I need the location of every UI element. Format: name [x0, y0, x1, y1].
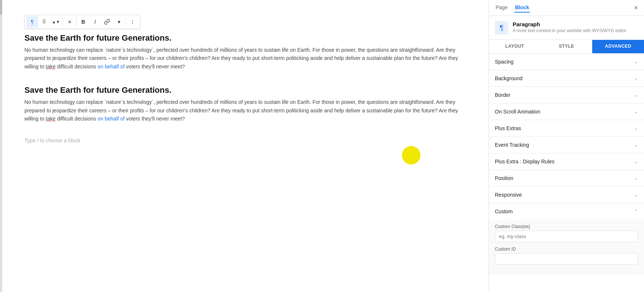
options-button[interactable]: ⋮: [127, 16, 138, 28]
scroll-animation-chevron-icon: ⌄: [634, 109, 638, 114]
custom-accordion-body: Custom Class(es) Custom ID: [489, 220, 644, 274]
border-accordion: Border ⌄: [489, 87, 644, 103]
block-info: ¶ Paragraph A more text content in your …: [489, 16, 644, 40]
spacing-accordion-header[interactable]: Spacing ⌄: [489, 54, 644, 70]
block-2-body: No human technology can replace `nature`…: [24, 98, 466, 123]
on-behalf-link-2[interactable]: on behalf of: [97, 116, 124, 122]
block-type-icon: ¶: [495, 21, 508, 34]
custom-accordion: Custom ⌃ Custom Class(es) Custom ID: [489, 203, 644, 274]
event-tracking-label: Event Tracking: [495, 142, 529, 148]
display-rules-label: Plus Extra : Display Rules: [495, 159, 554, 164]
sub-tabs: LAYOUT STYLE ADVANCED: [489, 40, 644, 54]
responsive-accordion-header[interactable]: Responsive ⌄: [489, 187, 644, 203]
custom-classes-group: Custom Class(es): [495, 224, 638, 242]
spacing-accordion: Spacing ⌄: [489, 54, 644, 70]
spacing-chevron-icon: ⌄: [634, 59, 638, 64]
position-accordion-header[interactable]: Position ⌄: [489, 170, 644, 186]
toolbar-separator-1: [63, 17, 63, 26]
plus-extras-label: Plus Extras: [495, 125, 521, 131]
position-accordion: Position ⌄: [489, 170, 644, 187]
italic-button[interactable]: I: [89, 16, 101, 28]
content-block-2: Save the Earth for future Generations. N…: [24, 85, 466, 123]
background-chevron-icon: ⌄: [634, 76, 638, 81]
style-tab[interactable]: STYLE: [541, 40, 593, 53]
custom-accordion-header[interactable]: Custom ⌃: [489, 203, 644, 220]
custom-id-input[interactable]: [495, 253, 638, 265]
layout-tab[interactable]: LAYOUT: [489, 40, 541, 53]
content-block-1: Save the Earth for future Generations. N…: [24, 33, 466, 71]
responsive-label: Responsive: [495, 192, 522, 198]
on-behalf-link[interactable]: on behalf of: [97, 64, 124, 69]
right-panel: Page Block × ¶ Paragraph A more text con…: [489, 0, 644, 292]
type-placeholder[interactable]: Type / to choose a block: [24, 137, 466, 143]
custom-classes-input[interactable]: [495, 231, 638, 242]
plus-extras-accordion: Plus Extras ⌄: [489, 120, 644, 137]
event-tracking-accordion-header[interactable]: Event Tracking ⌄: [489, 137, 644, 153]
position-chevron-icon: ⌄: [634, 176, 638, 181]
scroll-animation-accordion-header[interactable]: On Scroll Animation ⌄: [489, 103, 644, 120]
custom-id-group: Custom ID: [495, 247, 638, 265]
display-rules-accordion: Plus Extra : Display Rules ⌄: [489, 153, 644, 170]
more-dropdown-button[interactable]: ▾: [113, 16, 125, 28]
custom-label: Custom: [495, 208, 513, 214]
scroll-animation-label: On Scroll Animation: [495, 109, 540, 115]
custom-chevron-icon: ⌃: [634, 209, 638, 214]
display-rules-accordion-header[interactable]: Plus Extra : Display Rules ⌄: [489, 153, 644, 170]
editor-area: ¶ ⠿ ▲▼ ≡ B I ▾ ⋮ Save the Earth for futu…: [2, 0, 489, 292]
page-tab[interactable]: Page: [495, 3, 509, 13]
block-1-body: No human technology can replace `nature`…: [24, 46, 466, 71]
responsive-accordion: Responsive ⌄: [489, 187, 644, 203]
custom-id-label: Custom ID: [495, 247, 638, 252]
event-tracking-accordion: Event Tracking ⌄: [489, 137, 644, 153]
custom-classes-label: Custom Class(es): [495, 224, 638, 229]
block-tab[interactable]: Block: [514, 3, 530, 13]
take-word: take: [46, 64, 56, 69]
panel-close-button[interactable]: ×: [634, 4, 638, 12]
scroll-animation-accordion: On Scroll Animation ⌄: [489, 103, 644, 120]
border-chevron-icon: ⌄: [634, 92, 638, 98]
link-button[interactable]: [101, 16, 113, 28]
block-2-heading: Save the Earth for future Generations.: [24, 85, 466, 95]
toolbar-separator-3: [125, 17, 126, 26]
spacing-label: Spacing: [495, 59, 514, 65]
event-tracking-chevron-icon: ⌄: [634, 142, 638, 147]
toolbar-separator-2: [76, 17, 77, 26]
block-info-text: Paragraph A more text content in your we…: [513, 21, 626, 33]
background-accordion-header[interactable]: Background ⌄: [489, 70, 644, 86]
responsive-chevron-icon: ⌄: [634, 192, 638, 197]
take-word-2: take: [46, 116, 56, 122]
plus-extras-chevron-icon: ⌄: [634, 126, 638, 131]
background-label: Background: [495, 75, 523, 81]
block-toolbar: ¶ ⠿ ▲▼ ≡ B I ▾ ⋮: [24, 15, 140, 29]
block-1-heading: Save the Earth for future Generations.: [24, 33, 466, 43]
drag-handle-button[interactable]: ⠿: [38, 16, 50, 28]
accordion-list: Spacing ⌄ Background ⌄ Border ⌄ On Scrol…: [489, 54, 644, 292]
display-rules-chevron-icon: ⌄: [634, 159, 638, 164]
plus-extras-accordion-header[interactable]: Plus Extras ⌄: [489, 120, 644, 136]
move-button[interactable]: ▲▼: [50, 16, 62, 28]
panel-header: Page Block ×: [489, 0, 644, 16]
block-type-description: A more text content in your website with…: [513, 28, 626, 33]
cursor-indicator: [402, 146, 420, 164]
block-type-title: Paragraph: [513, 21, 626, 27]
align-button[interactable]: ≡: [64, 16, 76, 28]
bold-button[interactable]: B: [77, 16, 89, 28]
border-accordion-header[interactable]: Border ⌄: [489, 87, 644, 103]
position-label: Position: [495, 175, 513, 181]
background-accordion: Background ⌄: [489, 70, 644, 87]
advanced-tab[interactable]: ADVANCED: [592, 40, 644, 53]
border-label: Border: [495, 92, 510, 98]
paragraph-tool-button[interactable]: ¶: [26, 16, 38, 28]
